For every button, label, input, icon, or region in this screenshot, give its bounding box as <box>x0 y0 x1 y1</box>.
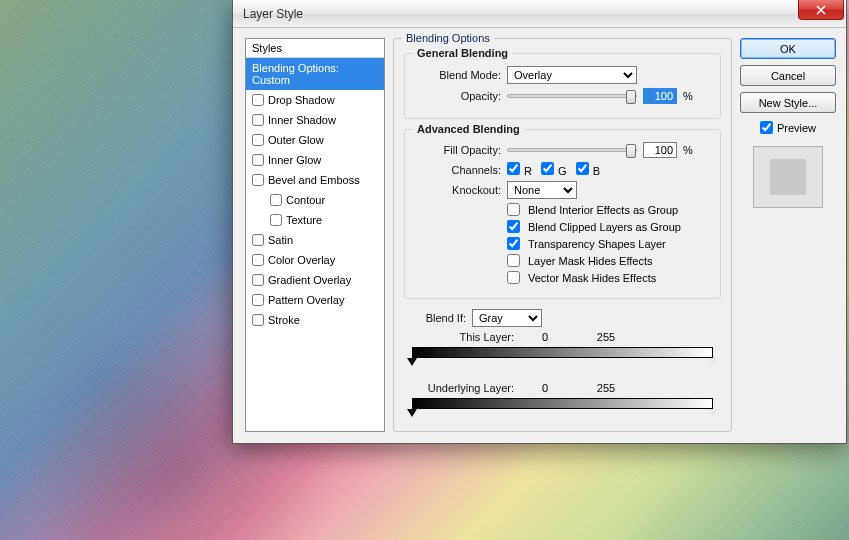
style-item-checkbox[interactable] <box>270 194 282 206</box>
opacity-slider[interactable] <box>507 94 637 98</box>
this-layer-high: 255 <box>576 331 636 343</box>
style-item-label: Outer Glow <box>268 134 324 146</box>
style-item-checkbox[interactable] <box>252 134 264 146</box>
underlying-black-marker[interactable] <box>407 409 417 417</box>
style-item-texture[interactable]: Texture <box>246 210 384 230</box>
underlying-white-marker[interactable] <box>708 409 718 417</box>
style-item-label: Blending Options: Custom <box>252 62 378 86</box>
advanced-blending-legend: Advanced Blending <box>413 123 524 135</box>
new-style-button[interactable]: New Style... <box>740 92 836 113</box>
style-item-drop-shadow[interactable]: Drop Shadow <box>246 90 384 110</box>
fill-opacity-thumb[interactable] <box>626 144 636 158</box>
blend-mode-select[interactable]: Overlay <box>507 66 637 84</box>
style-item-satin[interactable]: Satin <box>246 230 384 250</box>
fill-opacity-slider[interactable] <box>507 148 637 152</box>
style-item-color-overlay[interactable]: Color Overlay <box>246 250 384 270</box>
styles-list: Styles Blending Options: Custom Drop Sha… <box>245 38 385 432</box>
style-item-gradient-overlay[interactable]: Gradient Overlay <box>246 270 384 290</box>
style-item-label: Satin <box>268 234 293 246</box>
channel-g-checkbox[interactable] <box>541 162 554 175</box>
style-item-label: Inner Glow <box>268 154 321 166</box>
fill-opacity-value[interactable]: 100 <box>643 142 677 158</box>
preview-toggle[interactable]: Preview <box>740 121 836 134</box>
fill-opacity-unit: % <box>683 144 699 156</box>
underlying-high: 255 <box>576 382 636 394</box>
style-item-pattern-overlay[interactable]: Pattern Overlay <box>246 290 384 310</box>
opt-clipped-label: Blend Clipped Layers as Group <box>528 221 681 233</box>
style-item-checkbox[interactable] <box>270 214 282 226</box>
opacity-label: Opacity: <box>415 90 501 102</box>
opt-layermask-label: Layer Mask Hides Effects <box>528 255 653 267</box>
style-item-bevel-emboss[interactable]: Bevel and Emboss <box>246 170 384 190</box>
style-item-checkbox[interactable] <box>252 234 264 246</box>
opacity-value[interactable]: 100 <box>643 88 677 104</box>
style-item-label: Pattern Overlay <box>268 294 344 306</box>
advanced-blending-group: Advanced Blending Fill Opacity: 100 % Ch… <box>404 129 721 299</box>
blending-options-group: Blending Options General Blending Blend … <box>393 38 732 432</box>
style-item-stroke[interactable]: Stroke <box>246 310 384 330</box>
channels-label: Channels: <box>415 164 501 176</box>
style-item-label: Contour <box>286 194 325 206</box>
opt-clipped-checkbox[interactable] <box>507 220 520 233</box>
this-layer-low: 0 <box>520 331 570 343</box>
style-item-blending-options[interactable]: Blending Options: Custom <box>246 58 384 90</box>
style-item-label: Gradient Overlay <box>268 274 351 286</box>
close-button[interactable] <box>798 0 844 20</box>
opacity-thumb[interactable] <box>626 90 636 104</box>
opt-interior-checkbox[interactable] <box>507 203 520 216</box>
preview-swatch-inner <box>770 159 806 195</box>
channel-b-checkbox[interactable] <box>576 162 589 175</box>
general-blending-legend: General Blending <box>413 47 512 59</box>
style-item-checkbox[interactable] <box>252 254 264 266</box>
style-item-contour[interactable]: Contour <box>246 190 384 210</box>
this-layer-black-marker[interactable] <box>407 358 417 366</box>
window-buttons <box>798 0 846 27</box>
style-item-inner-shadow[interactable]: Inner Shadow <box>246 110 384 130</box>
preview-label: Preview <box>777 122 816 134</box>
underlying-low: 0 <box>520 382 570 394</box>
this-layer-gradient[interactable] <box>412 347 713 358</box>
style-item-checkbox[interactable] <box>252 274 264 286</box>
style-item-checkbox[interactable] <box>252 154 264 166</box>
options-column: Blending Options General Blending Blend … <box>393 38 732 433</box>
close-icon <box>816 5 826 15</box>
channel-r-checkbox[interactable] <box>507 162 520 175</box>
general-blending-group: General Blending Blend Mode: Overlay Opa… <box>404 53 721 119</box>
this-layer-label: This Layer: <box>404 331 514 343</box>
channel-b-label: B <box>593 165 600 177</box>
blendif-label: Blend If: <box>404 312 466 324</box>
window-title: Layer Style <box>243 7 303 21</box>
blendif-select[interactable]: Gray <box>472 309 542 327</box>
style-item-label: Texture <box>286 214 322 226</box>
opt-vectormask-checkbox[interactable] <box>507 271 520 284</box>
preview-checkbox[interactable] <box>760 121 773 134</box>
channel-g-label: G <box>558 165 567 177</box>
opt-layermask-checkbox[interactable] <box>507 254 520 267</box>
underlying-gradient[interactable] <box>412 398 713 409</box>
style-item-checkbox[interactable] <box>252 174 264 186</box>
knockout-select[interactable]: None <box>507 181 577 199</box>
opt-transparency-checkbox[interactable] <box>507 237 520 250</box>
style-item-checkbox[interactable] <box>252 314 264 326</box>
styles-header: Styles <box>246 39 384 58</box>
layer-style-dialog: Layer Style Styles Blending Options: Cus… <box>232 0 847 444</box>
style-item-checkbox[interactable] <box>252 294 264 306</box>
ok-button[interactable]: OK <box>740 38 836 59</box>
styles-column: Styles Blending Options: Custom Drop Sha… <box>245 38 385 433</box>
cancel-button[interactable]: Cancel <box>740 65 836 86</box>
opacity-unit: % <box>683 90 699 102</box>
style-item-checkbox[interactable] <box>252 114 264 126</box>
this-layer-white-marker[interactable] <box>708 358 718 366</box>
style-item-label: Inner Shadow <box>268 114 336 126</box>
underlying-layer-label: Underlying Layer: <box>404 382 514 394</box>
buttons-column: OK Cancel New Style... Preview <box>740 38 836 433</box>
style-item-inner-glow[interactable]: Inner Glow <box>246 150 384 170</box>
style-item-checkbox[interactable] <box>252 94 264 106</box>
style-item-outer-glow[interactable]: Outer Glow <box>246 130 384 150</box>
opt-transparency-label: Transparency Shapes Layer <box>528 238 666 250</box>
fill-opacity-label: Fill Opacity: <box>415 144 501 156</box>
style-item-label: Bevel and Emboss <box>268 174 360 186</box>
style-item-label: Drop Shadow <box>268 94 335 106</box>
style-item-label: Stroke <box>268 314 300 326</box>
opt-interior-label: Blend Interior Effects as Group <box>528 204 678 216</box>
